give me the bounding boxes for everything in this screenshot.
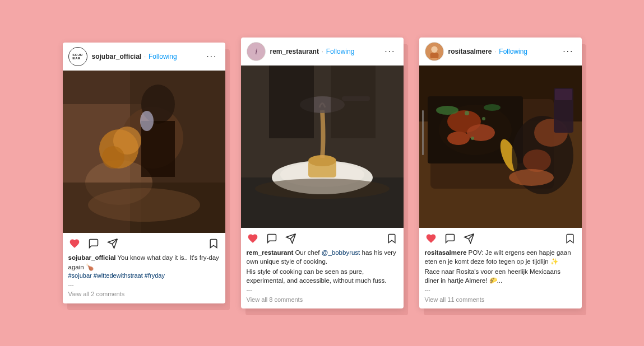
actions-row-rosita: [419, 228, 582, 247]
share-icon-soju[interactable]: [106, 237, 119, 250]
header-info-rosita: rositasalmere · Following: [448, 48, 557, 55]
actions-row-soju: [63, 233, 225, 252]
dot-sep-rosita: ·: [495, 49, 497, 55]
post-image-rem: [241, 66, 404, 228]
bookmark-icon-soju[interactable]: [207, 237, 220, 250]
share-icon-rem[interactable]: [285, 232, 297, 245]
cards-container: SOJUBAR sojubar_official · Following ···: [63, 38, 582, 308]
username-rem: rem_restaurant: [270, 48, 319, 55]
svg-point-29: [431, 46, 437, 53]
bookmark-icon-rem[interactable]: [386, 232, 398, 245]
svg-rect-48: [555, 89, 572, 100]
caption-username-rosita: rositasalmere: [425, 249, 467, 256]
caption-link-rem[interactable]: @_bobbyrust: [322, 249, 360, 256]
svg-point-46: [509, 169, 554, 186]
svg-point-6: [88, 188, 200, 222]
card-header-rosita: rositasalmere · Following ···: [419, 38, 582, 66]
caption-text2-rosita: Race naar Rosita's voor een heerlijk Mex…: [425, 267, 576, 285]
post-image-svg-rosita: [419, 66, 582, 228]
rosita-avatar-svg: [425, 43, 443, 60]
soju-logo-text: SOJUBAR: [72, 53, 82, 60]
svg-rect-49: [422, 110, 424, 155]
username-row-rosita: rositasalmere · Following: [448, 48, 557, 55]
comment-icon-soju[interactable]: [87, 237, 100, 250]
comment-icon-rosita[interactable]: [444, 232, 456, 245]
caption-rem: rem_restaurant Our chef @_bobbyrust has …: [247, 248, 398, 266]
more-btn-rosita[interactable]: ···: [560, 46, 576, 57]
following-rosita[interactable]: Following: [499, 48, 527, 55]
svg-point-26: [255, 179, 390, 199]
caption-text-rem: Our chef: [293, 249, 322, 256]
post-image-svg-soju: [63, 71, 225, 233]
card-rosita: rositasalmere · Following ···: [419, 38, 582, 308]
svg-point-45: [523, 149, 551, 172]
svg-point-9: [102, 146, 124, 169]
header-info-rem: rem_restaurant · Following: [270, 48, 378, 55]
card-soju: SOJUBAR sojubar_official · Following ···: [63, 43, 225, 303]
card-slot-soju: SOJUBAR sojubar_official · Following ···: [63, 43, 225, 303]
caption-area-rosita: rositasalmere POV: Je wilt ergens een ha…: [419, 247, 582, 308]
caption-soju: sojubar_official You know what day it is…: [68, 253, 220, 271]
share-icon-rosita[interactable]: [463, 232, 475, 245]
avatar-soju: SOJUBAR: [68, 47, 87, 66]
post-image-soju: [63, 71, 225, 233]
dot-sep-soju: ·: [144, 54, 146, 60]
caption-area-soju: sojubar_official You know what day it is…: [63, 252, 225, 303]
avatar-rem: i: [247, 42, 266, 61]
post-image-rosita: [419, 66, 582, 228]
caption-text3-rem: His style of cooking can be seen as pure…: [247, 267, 398, 285]
caption-username-rem: rem_restaurant: [247, 249, 294, 256]
actions-row-rem: [241, 228, 404, 247]
svg-rect-24: [269, 66, 314, 138]
svg-point-50: [465, 111, 469, 115]
username-row-soju: sojubar_official · Following: [92, 53, 200, 60]
card-slot-rem: i rem_restaurant · Following ···: [241, 38, 404, 308]
card-header-soju: SOJUBAR sojubar_official · Following ···: [63, 43, 225, 71]
divider-soju: ---: [68, 282, 74, 288]
card-rem: i rem_restaurant · Following ···: [241, 38, 404, 308]
username-soju: sojubar_official: [92, 53, 142, 60]
dot-sep-rem: ·: [322, 49, 323, 55]
caption-username-soju: sojubar_official: [68, 254, 116, 261]
svg-rect-25: [331, 66, 376, 138]
card-slot-rosita: rositasalmere · Following ···: [419, 38, 582, 308]
username-row-rem: rem_restaurant · Following: [270, 48, 378, 55]
svg-rect-31: [430, 53, 438, 58]
svg-point-42: [484, 104, 501, 111]
rem-logo-svg: i: [247, 43, 265, 60]
avatar-rosita: [425, 42, 444, 61]
following-soju[interactable]: Following: [149, 53, 177, 60]
hashtags-soju: #sojubar #wittedewithstraat #fryday: [68, 272, 220, 280]
view-comments-soju[interactable]: View all 2 comments: [68, 290, 220, 298]
bookmark-icon-rosita[interactable]: [564, 232, 576, 245]
heart-icon-rosita[interactable]: [425, 232, 437, 245]
svg-point-39: [447, 132, 470, 145]
heart-icon-soju[interactable]: [68, 237, 81, 250]
username-rosita: rositasalmere: [448, 48, 492, 55]
header-info-soju: sojubar_official · Following: [92, 53, 200, 60]
card-header-rem: i rem_restaurant · Following ···: [241, 38, 404, 66]
divider-rem: ---: [247, 287, 252, 293]
caption-area-rem: rem_restaurant Our chef @_bobbyrust has …: [241, 247, 404, 308]
divider-rosita: ---: [425, 287, 430, 293]
following-rem[interactable]: Following: [326, 48, 355, 55]
post-image-svg-rem: [241, 66, 404, 228]
svg-point-52: [471, 137, 474, 140]
caption-rosita: rositasalmere POV: Je wilt ergens een ha…: [425, 248, 576, 266]
svg-point-41: [436, 106, 458, 115]
comment-icon-rem[interactable]: [266, 232, 278, 245]
heart-icon-rem[interactable]: [247, 232, 259, 245]
svg-text:i: i: [254, 47, 257, 56]
svg-point-12: [140, 111, 154, 131]
svg-point-51: [482, 117, 485, 120]
view-comments-rosita[interactable]: View all 11 comments: [425, 296, 576, 304]
view-comments-rem[interactable]: View all 8 comments: [247, 296, 398, 304]
more-btn-soju[interactable]: ···: [204, 52, 219, 62]
more-btn-rem[interactable]: ···: [382, 46, 397, 57]
